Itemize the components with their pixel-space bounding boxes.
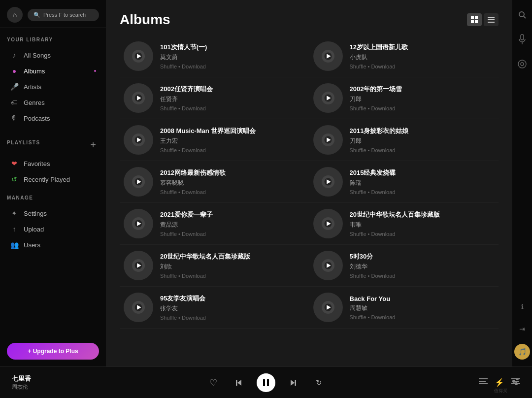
album-row[interactable]: 2002年的第一场雪 刀郎 Shuffle • Download xyxy=(309,77,499,119)
album-artist: 小虎队 xyxy=(350,53,495,62)
album-artist: 刘欣 xyxy=(160,263,305,271)
music-note-icon: ♪ xyxy=(10,51,19,60)
repeat-button[interactable]: ↻ xyxy=(311,375,327,391)
search-bar[interactable]: 🔍 Press F to search xyxy=(28,9,99,21)
svg-rect-47 xyxy=(479,378,488,379)
active-indicator xyxy=(94,70,96,72)
sidebar-item-label: Upload xyxy=(24,226,44,233)
album-thumbnail xyxy=(124,125,153,155)
sidebar-item-favorites[interactable]: ❤ Favorites xyxy=(7,156,99,171)
settings-icon: ✦ xyxy=(10,209,19,218)
svg-point-54 xyxy=(512,380,515,383)
svg-rect-46 xyxy=(295,380,297,386)
album-thumbnail xyxy=(313,251,343,280)
svg-rect-5 xyxy=(488,19,495,20)
album-actions: Shuffle • Download xyxy=(160,105,305,111)
album-actions: Shuffle • Download xyxy=(160,231,305,237)
svg-point-40 xyxy=(521,63,524,66)
playlists-section: PLAYLISTS + ❤ Favorites ↺ Recently Playe… xyxy=(0,130,106,191)
sidebar-item-users[interactable]: 👥 Users xyxy=(7,237,99,253)
upgrade-button[interactable]: + Upgrade to Plus xyxy=(7,343,99,360)
sidebar-item-podcasts[interactable]: 🎙 Podcasts xyxy=(7,110,99,126)
sidebar-item-all-songs[interactable]: ♪ All Songs xyxy=(7,47,99,63)
grid-view-button[interactable] xyxy=(467,13,482,26)
player-track-info: 七里香 周杰伦 xyxy=(12,374,71,391)
playlists-header: PLAYLISTS + xyxy=(7,139,99,151)
home-button[interactable]: ⌂ xyxy=(7,7,23,23)
album-thumbnail xyxy=(313,125,343,155)
album-info: 2002任贤齐演唱会 任贤齐 Shuffle • Download xyxy=(160,85,305,111)
sidebar-item-label: Recently Played xyxy=(24,176,70,183)
sidebar-item-label: Podcasts xyxy=(24,115,50,122)
main-header: Albums xyxy=(106,0,512,35)
album-thumbnail xyxy=(313,41,343,71)
right-exit-icon[interactable]: ⇥ xyxy=(514,321,530,337)
album-row[interactable]: 101次情人节(一) 莫文蔚 Shuffle • Download xyxy=(120,35,309,77)
album-row[interactable]: 2011身披彩衣的姑娘 刀郎 Shuffle • Download xyxy=(309,119,499,161)
users-icon: 👥 xyxy=(10,240,19,249)
right-mic-icon[interactable] xyxy=(514,32,530,47)
album-row[interactable]: 2008 Music-Man 世界巡回演唱会 王力宏 Shuffle • Dow… xyxy=(120,119,309,161)
next-button[interactable] xyxy=(285,375,301,391)
right-search-icon[interactable] xyxy=(514,7,530,23)
album-row[interactable]: 20世纪中华歌坛名人百集珍藏版 刘欣 Shuffle • Download xyxy=(120,245,309,287)
album-artist: 刘德华 xyxy=(350,263,495,271)
sidebar-item-upload[interactable]: ↑ Upload xyxy=(7,221,99,237)
album-artist: 任贤齐 xyxy=(160,95,305,103)
user-avatar[interactable]: 🎵 xyxy=(514,344,530,360)
player-track-name: 七里香 xyxy=(12,374,71,383)
svg-line-36 xyxy=(524,16,526,18)
album-thumbnail xyxy=(124,251,153,280)
svg-marker-41 xyxy=(237,380,241,386)
album-row[interactable]: 5时30分 刘德华 Shuffle • Download xyxy=(309,245,499,287)
player-bar: 七里香 周杰伦 ♡ ↻ ⚡ xyxy=(0,366,532,398)
genres-icon: 🏷 xyxy=(10,98,19,107)
album-row[interactable]: 20世纪中华歌坛名人百集珍藏版 韦唯 Shuffle • Download xyxy=(309,203,499,245)
albums-icon: ● xyxy=(10,66,19,75)
sidebar-item-artists[interactable]: 🎤 Artists xyxy=(7,79,99,95)
album-row[interactable]: 12岁以上国语新儿歌 小虎队 Shuffle • Download xyxy=(309,35,499,77)
album-thumbnail xyxy=(313,167,343,197)
watermark: 值得买 xyxy=(494,388,507,394)
album-thumbnail xyxy=(313,293,343,322)
album-info: 5时30分 刘德华 Shuffle • Download xyxy=(350,252,495,279)
eq-button[interactable] xyxy=(511,378,520,387)
album-row[interactable]: 2021爱你爱一辈子 黄品源 Shuffle • Download xyxy=(120,203,309,245)
playlists-title: PLAYLISTS xyxy=(7,140,40,145)
album-name: 101次情人节(一) xyxy=(160,43,305,52)
sidebar-item-recently-played[interactable]: ↺ Recently Played xyxy=(7,171,99,187)
album-row[interactable]: 2012网络最新伤感情歌 慕容晓晓 Shuffle • Download xyxy=(120,161,309,203)
album-info: 12岁以上国语新儿歌 小虎队 Shuffle • Download xyxy=(350,43,495,69)
artists-icon: 🎤 xyxy=(10,82,19,91)
album-row[interactable]: 2015经典发烧碟 陈瑞 Shuffle • Download xyxy=(309,161,499,203)
right-bottom: ℹ ⇥ 🎵 xyxy=(514,298,530,360)
svg-point-39 xyxy=(518,60,526,68)
right-info-icon[interactable]: ℹ xyxy=(514,298,530,314)
add-playlist-button[interactable]: + xyxy=(87,139,99,151)
prev-button[interactable] xyxy=(231,375,247,391)
album-name: Back For You xyxy=(350,295,495,302)
sidebar-item-label: Users xyxy=(24,241,40,249)
sidebar-item-albums[interactable]: ● Albums xyxy=(7,63,99,79)
album-actions: Shuffle • Download xyxy=(350,273,495,279)
list-view-button[interactable] xyxy=(484,13,499,26)
album-row[interactable]: 2002任贤齐演唱会 任贤齐 Shuffle • Download xyxy=(120,77,309,119)
album-actions: Shuffle • Download xyxy=(350,231,495,237)
album-thumbnail xyxy=(124,209,153,238)
sidebar-item-genres[interactable]: 🏷 Genres xyxy=(7,95,99,110)
favorite-button[interactable]: ♡ xyxy=(205,375,221,391)
album-actions: Shuffle • Download xyxy=(160,315,305,321)
album-info: 101次情人节(一) 莫文蔚 Shuffle • Download xyxy=(160,43,305,69)
bolt-button[interactable]: ⚡ xyxy=(495,378,504,387)
album-name: 2021爱你爱一辈子 xyxy=(160,210,305,219)
play-pause-button[interactable] xyxy=(257,373,275,392)
album-name: 2015经典发烧碟 xyxy=(350,168,495,177)
queue-button[interactable] xyxy=(479,378,488,387)
album-artist: 慕容晓晓 xyxy=(160,179,305,187)
album-row[interactable]: Back For You 周慧敏 Shuffle • Download xyxy=(309,287,499,329)
right-record-icon[interactable] xyxy=(514,56,530,72)
library-title: YOUR LIBRARY xyxy=(7,37,99,42)
album-info: 20世纪中华歌坛名人百集珍藏版 韦唯 Shuffle • Download xyxy=(350,210,495,237)
album-row[interactable]: 95友学友演唱会 张学友 Shuffle • Download xyxy=(120,287,309,329)
sidebar-item-settings[interactable]: ✦ Settings xyxy=(7,205,99,221)
